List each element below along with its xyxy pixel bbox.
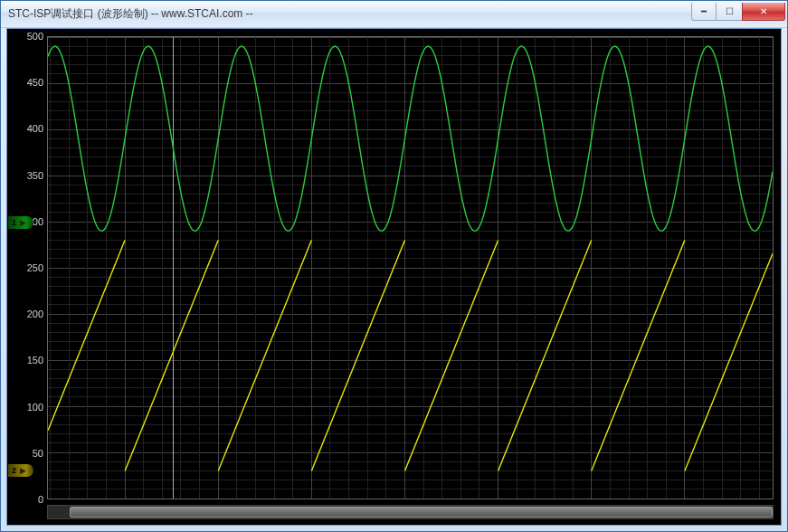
y-tick-label: 100 bbox=[27, 402, 43, 413]
y-axis: 050100150200250300350400450500 bbox=[7, 36, 47, 499]
horizontal-scrollbar[interactable] bbox=[47, 505, 774, 519]
series-ch2_sawtooth bbox=[311, 240, 404, 470]
plot-area[interactable] bbox=[47, 36, 774, 499]
maximize-button[interactable]: ☐ bbox=[716, 3, 743, 21]
y-tick-label: 50 bbox=[33, 448, 43, 459]
channel-marker-index: 1 bbox=[12, 218, 16, 227]
series-ch2_sawtooth bbox=[404, 240, 498, 470]
series-ch2_sawtooth bbox=[48, 240, 125, 430]
channel-marker-1[interactable]: 1▶ bbox=[8, 216, 33, 229]
minimize-button[interactable]: ━ bbox=[691, 3, 717, 21]
arrow-right-icon: ▶ bbox=[20, 466, 26, 475]
y-tick-label: 150 bbox=[27, 355, 43, 366]
client-area: 050100150200250300350400450500 1▶2▶ bbox=[6, 28, 782, 526]
window: STC-ISP调试接口 (波形绘制) -- www.STCAI.com -- ━… bbox=[0, 0, 788, 532]
series-ch2_sawtooth bbox=[125, 240, 218, 470]
channel-marker-index: 2 bbox=[12, 466, 16, 475]
plot-svg bbox=[48, 37, 773, 499]
series-ch2_sawtooth bbox=[592, 240, 685, 470]
y-tick-label: 200 bbox=[27, 309, 43, 319]
arrow-right-icon: ▶ bbox=[20, 218, 26, 227]
titlebar[interactable]: STC-ISP调试接口 (波形绘制) -- www.STCAI.com -- ━… bbox=[1, 1, 787, 28]
series-ch2_sawtooth bbox=[218, 240, 311, 470]
series-ch2_sawtooth bbox=[498, 240, 592, 470]
y-tick-label: 0 bbox=[38, 494, 43, 505]
window-title: STC-ISP调试接口 (波形绘制) -- www.STCAI.com -- bbox=[8, 6, 692, 22]
scrollbar-thumb[interactable] bbox=[70, 507, 773, 518]
y-tick-label: 350 bbox=[27, 170, 43, 181]
y-tick-label: 500 bbox=[27, 31, 43, 42]
y-tick-label: 400 bbox=[27, 123, 43, 134]
window-controls: ━ ☐ ✕ bbox=[692, 3, 785, 21]
channel-marker-2[interactable]: 2▶ bbox=[8, 464, 33, 477]
y-tick-label: 450 bbox=[27, 77, 43, 88]
y-tick-label: 250 bbox=[27, 262, 43, 273]
close-button[interactable]: ✕ bbox=[742, 3, 785, 21]
